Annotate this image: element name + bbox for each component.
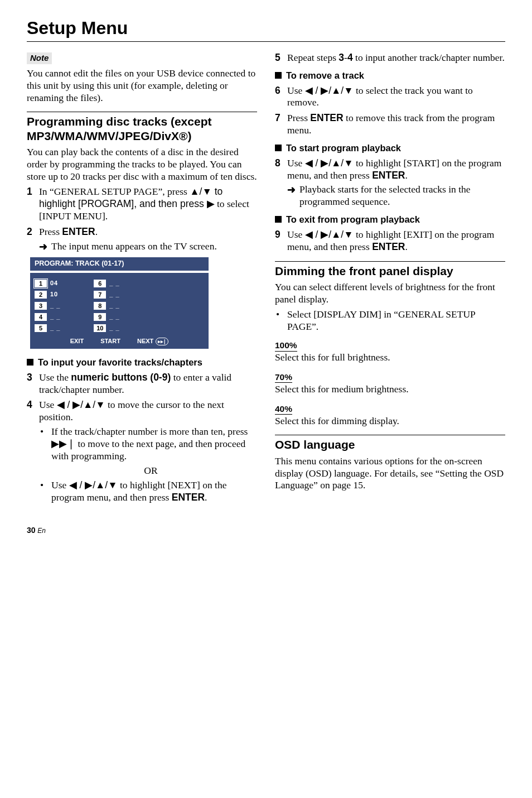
panel-next-button[interactable]: NEXT [137,338,153,345]
bullet-dot: • [39,479,51,504]
square-bullet-icon [27,359,33,366]
next-track-glyph: ▶▶❘ [51,438,75,449]
nav-arrows-glyph: ◀ / ▶/▲/▼ [69,479,118,491]
step4-b1-pre: If the track/chapter number is more than… [51,426,248,437]
nav-arrows-glyph: ◀ / ▶/▲/▼ [57,399,105,410]
step1-text-a: In “GENERAL SETUP PAGE”, press [39,186,190,197]
step-number: 4 [27,399,39,506]
step-number: 8 [275,157,287,209]
track-slot[interactable]: 5 [35,324,47,332]
track-col-right: 6_ _ 7_ _ 8_ _ 9_ _ 10_ _ [94,278,119,334]
step-number: 1 [27,186,39,223]
step-4: 4 Use ◀ / ▶/▲/▼ to move the cursor to th… [27,399,257,506]
numeric-buttons-label: numeric buttons (0-9) [71,372,171,383]
section-heading-programming: Programming disc tracks (except MP3/WMA/… [27,114,257,142]
square-bullet-icon [275,216,282,223]
step6-pre: Use [287,85,305,96]
step4-b2-pre: Use [51,479,69,491]
subhead-input-tracks: To input your favorite tracks/chapters [27,357,257,368]
page-number: 30 [27,526,36,535]
square-bullet-icon [275,72,282,79]
bullet-dot: • [275,309,287,333]
page-title: Setup Menu [27,17,505,39]
fast-forward-icon: ▸▸∣ [156,338,168,345]
nav-arrows-glyph: ◀ / ▶/▲/▼ [305,85,354,96]
subhead-remove-track-label: To remove a track [286,70,364,81]
option-40: 40% [275,403,292,415]
nav-arrows-glyph: ◀ / ▶/▲/▼ [305,157,354,169]
step9-post: . [405,241,407,252]
step-ref-4: 4 [347,52,353,63]
step9-pre: Use [287,229,305,240]
note-label: Note [27,52,52,64]
title-rule [27,41,505,42]
program-panel-header: PROGRAM: TRACK (01-17) [30,257,209,271]
track-slot[interactable]: 6 [94,280,106,287]
step-ref-3: 3 [338,52,344,63]
section-rule [27,112,257,112]
step8-post: . [405,170,407,181]
step-6: 6 Use ◀ / ▶/▲/▼ to select the track you … [275,85,505,109]
step-2: 2 Press ENTER. ➜ The input menu appears … [27,226,257,253]
section-rule [275,435,505,435]
panel-start-button[interactable]: START [100,338,120,345]
enter-button-label: ENTER [62,226,95,237]
play-glyph: ▶ [207,198,215,209]
track-slot[interactable]: 4 [35,313,47,321]
subhead-remove-track: To remove a track [275,70,505,81]
track-value: _ _ [50,302,60,310]
subhead-exit-playback: To exit from program playback [275,214,505,225]
step5-pre: Repeat steps [287,52,338,63]
track-slot[interactable]: 1 [35,280,47,287]
track-slot[interactable]: 7 [94,291,106,299]
track-slot[interactable]: 9 [94,313,106,321]
option-100-desc: Select this for full brightness. [275,352,505,364]
step-3: 3 Use the numeric buttons (0-9) to enter… [27,372,257,396]
right-column: 5 Repeat steps 3-4 to input another trac… [275,52,505,509]
enter-button-label: ENTER [310,112,343,123]
option-40-desc: Select this for dimming display. [275,415,505,427]
result-arrow-icon: ➜ [287,184,299,208]
step-number: 5 [275,52,287,64]
step4-b1-post: to move to the next page, and then proce… [51,438,245,462]
track-value: _ _ [109,280,119,287]
track-value: _ _ [109,291,119,299]
enter-button-label: ENTER [172,492,205,503]
step-number: 7 [275,112,287,137]
step2-text: Press [39,226,62,237]
step5-post: to input another track/chapter number. [353,52,505,63]
page-footer: 30 En [27,526,505,536]
step2-result: The input menu appears on the TV screen. [51,241,257,253]
step2-suffix: . [95,226,98,237]
step-5: 5 Repeat steps 3-4 to input another trac… [275,52,505,64]
track-slot[interactable]: 2 [35,291,47,299]
step-8: 8 Use ◀ / ▶/▲/▼ to highlight [START] on … [275,157,505,209]
step4-pre: Use [39,399,57,410]
panel-exit-button[interactable]: EXIT [70,338,84,345]
section-heading-osd: OSD language [275,438,505,451]
nav-arrows-glyph: ◀ / ▶/▲/▼ [305,229,354,240]
step-number: 3 [27,372,39,396]
track-slot[interactable]: 8 [94,302,106,310]
step-7: 7 Press ENTER to remove this track from … [275,112,505,137]
step-number: 2 [27,226,39,253]
subhead-exit-playback-label: To exit from program playback [286,214,420,225]
track-value: _ _ [109,324,119,332]
option-70-desc: Select this for medium brightness. [275,383,505,396]
section-rule [275,261,505,262]
left-column: Note You cannot edit the files on your U… [27,52,257,509]
track-slot[interactable]: 3 [35,302,47,310]
step-1: 1 In “GENERAL SETUP PAGE”, press ▲/▼ to … [27,186,257,223]
step3-pre: Use the [39,372,71,383]
track-slot[interactable]: 10 [94,324,106,332]
track-col-left: 104 210 3_ _ 4_ _ 5_ _ [35,278,60,334]
step4-b2-post: . [205,492,207,503]
track-value: _ _ [50,324,60,332]
track-value: _ _ [109,302,119,310]
track-value: 10 [50,291,58,299]
option-100: 100% [275,340,297,351]
track-value: _ _ [109,313,119,321]
enter-button-label: ENTER [372,241,405,252]
subhead-start-playback-label: To start program playback [286,142,401,154]
step8-pre: Use [287,157,305,169]
